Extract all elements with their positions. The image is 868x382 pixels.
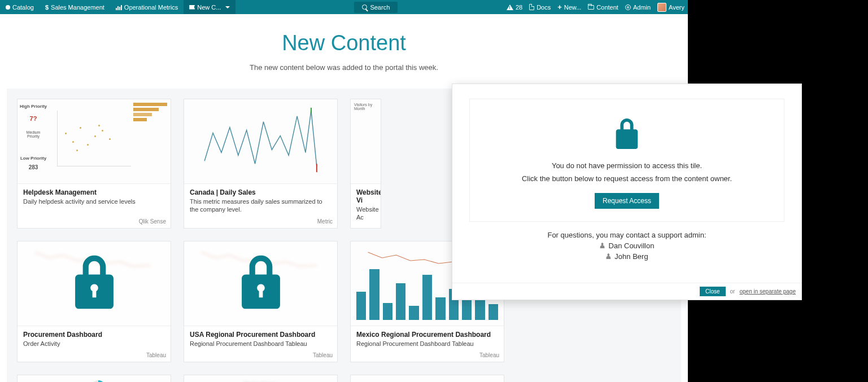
nav-new-content-tab[interactable]: New C... — [184, 0, 235, 14]
search-icon — [362, 5, 367, 10]
card-blur[interactable]: Daily Sales — [184, 375, 338, 382]
circle-icon — [6, 5, 10, 10]
top-navbar: Catalog Sales Management Operational Met… — [0, 0, 688, 14]
card-thumb: Daily Sales — [184, 375, 337, 382]
card-title: Helpdesk Management — [23, 188, 165, 196]
nav-label: Docs — [536, 4, 551, 11]
scatter-plot — [57, 111, 131, 166]
card-body: Canada | Daily Sales This metric measure… — [184, 184, 337, 217]
nav-new[interactable]: New... — [554, 0, 585, 14]
nav-label: New... — [564, 4, 582, 11]
nav-label: Content — [596, 4, 618, 11]
nav-operational-metrics[interactable]: Operational Metrics — [110, 0, 184, 14]
person-icon — [600, 242, 605, 250]
card-desc: Regional Procurement Dashboard Tableau — [190, 340, 332, 348]
card-desc: Daily helpdesk activity and service leve… — [23, 197, 165, 205]
card-source: Tableau — [351, 351, 504, 362]
nav-label: Sales Management — [51, 4, 104, 11]
hidden-cell — [517, 375, 671, 382]
chevron-down-icon — [225, 6, 230, 8]
nav-left-group: Catalog Sales Management Operational Met… — [0, 0, 235, 14]
thumb-label-high: High Priority — [20, 104, 47, 109]
card-thumb — [18, 242, 171, 326]
nav-docs[interactable]: Docs — [526, 0, 554, 14]
permission-dialog: You do not have permission to access thi… — [452, 84, 802, 300]
card-source: Tableau — [184, 351, 337, 362]
page-subtitle: The new content below was added to the p… — [0, 63, 688, 72]
thumb-stat: 283 — [20, 164, 47, 170]
nav-alerts[interactable]: 28 — [503, 0, 526, 14]
nav-user[interactable]: Avery — [654, 0, 688, 14]
card-body: Helpdesk Management Daily helpdesk activ… — [18, 184, 171, 217]
card-desc: Regional Procurement Dashboard Tableau — [356, 340, 498, 348]
nav-label: New C... — [197, 4, 221, 11]
contact-intro: For questions, you may contact a support… — [547, 231, 706, 239]
contact-row: John Berg — [547, 252, 706, 261]
card-thumb — [184, 242, 337, 326]
nav-admin[interactable]: Admin — [622, 0, 654, 14]
blurred-text: Daily Sales — [184, 375, 337, 382]
card-title: Mexico Regional Procurement Dashboard — [356, 331, 498, 339]
dialog-footer: Close or open in separate page — [452, 283, 801, 300]
alert-count: 28 — [516, 4, 522, 11]
card-procurement[interactable]: Procurement Dashboard Order Activity Tab… — [17, 241, 171, 362]
card-title: USA Regional Procurement Dashboard — [190, 331, 332, 339]
warning-icon — [507, 5, 513, 10]
nav-right-group: 28 Docs New... Content Admin Avery — [503, 0, 688, 14]
card-source: Metric — [184, 217, 337, 228]
nav-sales-management[interactable]: Sales Management — [40, 0, 110, 14]
card-canada-sales[interactable]: Canada | Daily Sales This metric measure… — [184, 99, 338, 229]
card-thumb — [184, 99, 337, 184]
flag-icon — [189, 5, 195, 10]
contact-name: John Berg — [614, 252, 648, 261]
lock-icon — [481, 118, 773, 151]
person-icon — [605, 252, 611, 261]
card-website[interactable]: Visitors by Month Website Vi Website Ac — [350, 99, 381, 229]
request-access-button[interactable]: Request Access — [595, 193, 659, 209]
card-title: Canada | Daily Sales — [190, 188, 332, 196]
card-body: Procurement Dashboard Order Activity — [18, 326, 171, 351]
hbar-chart — [133, 103, 167, 123]
svg-rect-2 — [119, 7, 120, 10]
card-thumb — [351, 375, 504, 382]
card-title: Procurement Dashboard — [23, 331, 165, 339]
dialog-message-1: You do not have permission to access thi… — [481, 161, 773, 170]
nav-catalog[interactable]: Catalog — [0, 0, 40, 14]
folder-icon — [588, 5, 594, 10]
lock-icon — [70, 256, 118, 311]
nav-label: Catalog — [12, 4, 34, 11]
dollar-icon — [45, 4, 49, 11]
thumb-label-low: Low Priority — [20, 156, 47, 161]
card-source: Tableau — [18, 351, 171, 362]
card-thumb: High Priority 7? Medium Priority Low Pri… — [18, 99, 171, 184]
card-body: Mexico Regional Procurement Dashboard Re… — [351, 326, 504, 351]
bars-icon — [116, 5, 122, 10]
card-desc: This metric measures daily sales summari… — [190, 197, 332, 214]
contact-name: Dan Couvillon — [609, 242, 655, 250]
card-helpdesk[interactable]: High Priority 7? Medium Priority Low Pri… — [17, 99, 171, 229]
card-stacked[interactable] — [350, 375, 504, 382]
thumb-label-med: Medium Priority — [20, 130, 47, 138]
kpi-row: 104 $22M 10 $2M — [18, 375, 171, 382]
gear-icon — [625, 5, 631, 10]
svg-rect-0 — [116, 8, 117, 10]
nav-content[interactable]: Content — [585, 0, 622, 14]
plus-icon — [557, 3, 562, 11]
close-button[interactable]: Close — [700, 287, 726, 296]
card-desc: Website Ac — [356, 205, 375, 222]
separator: or — [730, 288, 735, 295]
card-usa-regional[interactable]: USA Regional Procurement Dashboard Regio… — [184, 241, 338, 362]
line-chart — [184, 99, 337, 183]
user-name: Avery — [669, 4, 684, 11]
search-button[interactable]: Search — [354, 2, 398, 13]
card-title: Website Vi — [356, 188, 375, 204]
page-header: New Content The new content below was ad… — [0, 14, 688, 82]
card-thumb: Visitors by Month — [351, 99, 381, 184]
nav-label: Operational Metrics — [124, 4, 178, 11]
nav-label: Admin — [633, 4, 651, 11]
avatar — [657, 3, 666, 12]
svg-rect-1 — [117, 6, 119, 10]
dialog-card: You do not have permission to access thi… — [469, 99, 784, 222]
open-separate-link[interactable]: open in separate page — [739, 288, 796, 295]
card-kpi[interactable]: 104 $22M 10 $2M — [17, 375, 171, 382]
